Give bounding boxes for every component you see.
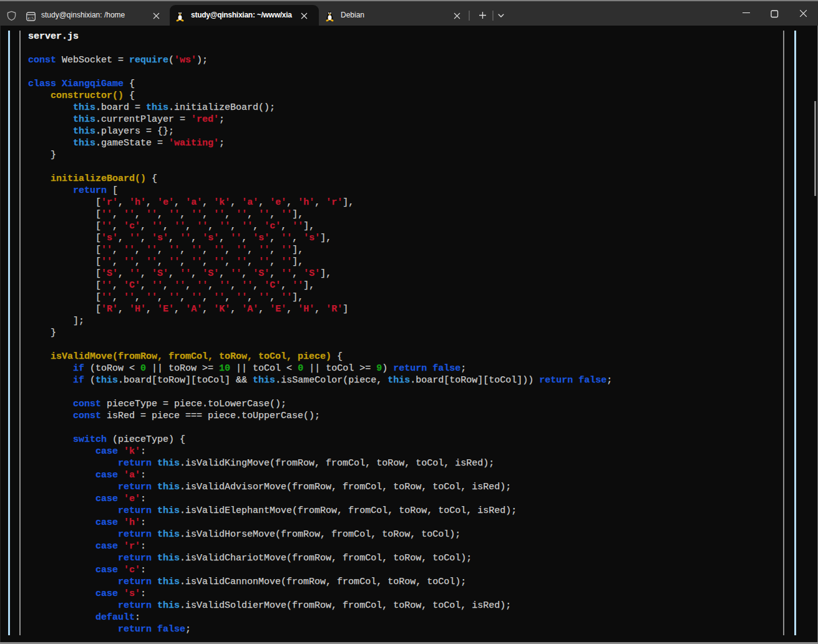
svg-text:c:\: c:\ <box>27 17 34 21</box>
